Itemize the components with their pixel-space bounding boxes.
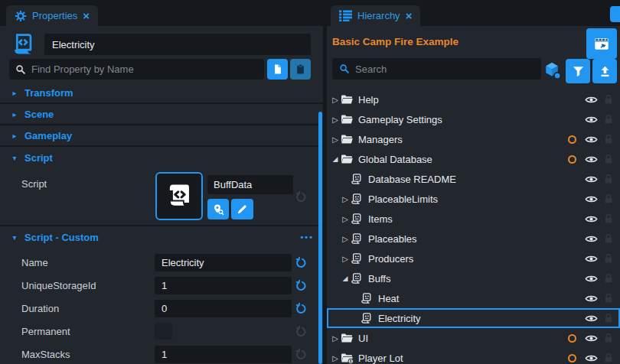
tree-item-label: PlaceableLimits [368, 193, 438, 205]
reset-icon[interactable] [295, 326, 307, 338]
expand-arrow-icon[interactable]: ▷ [340, 255, 351, 263]
lock-icon[interactable] [604, 154, 613, 164]
clapperboard-icon [592, 34, 611, 53]
section-script-custom[interactable]: ▾ Script - Custom ••• [0, 226, 323, 248]
visibility-eye-icon[interactable] [585, 214, 598, 224]
tree-row[interactable]: ▷ Gameplay Settings [327, 109, 620, 129]
expand-arrow-icon[interactable]: ▷ [330, 115, 341, 124]
reset-icon[interactable] [295, 349, 307, 361]
reset-icon[interactable] [295, 280, 307, 292]
lock-icon[interactable] [604, 114, 613, 125]
reset-icon[interactable] [295, 257, 307, 269]
edit-script-button[interactable] [231, 199, 253, 219]
expand-arrow-icon[interactable]: ▷ [340, 235, 351, 243]
expand-arrow-icon[interactable]: ▷ [330, 334, 341, 343]
visibility-eye-icon[interactable] [585, 274, 598, 284]
permanent-checkbox[interactable] [155, 323, 172, 340]
property-row-uniquestorageid: UniqueStorageId [0, 275, 323, 297]
paste-button[interactable] [290, 59, 311, 80]
visibility-eye-icon[interactable] [585, 314, 598, 323]
lock-icon[interactable] [604, 313, 613, 323]
visibility-eye-icon[interactable] [585, 194, 598, 204]
tree-row[interactable]: ◢ Buffs [327, 268, 620, 288]
lock-icon[interactable] [604, 333, 613, 343]
locate-script-button[interactable] [207, 199, 229, 219]
close-icon[interactable]: × [406, 10, 413, 21]
tree-row[interactable]: ▷ UI [327, 328, 620, 348]
tab-properties[interactable]: Properties × [6, 5, 98, 26]
filter-button[interactable] [566, 59, 590, 83]
tree-row[interactable]: ▷ Help [327, 89, 620, 109]
tree-row[interactable]: Heat [327, 288, 620, 308]
tree-icon [351, 252, 364, 265]
name-field[interactable] [155, 254, 292, 271]
tree-row[interactable]: ◢ Global Database [327, 149, 620, 169]
lock-icon[interactable] [604, 174, 613, 184]
maxstacks-field[interactable] [155, 346, 292, 363]
visibility-eye-icon[interactable] [585, 135, 598, 145]
hierarchy-search-input[interactable] [355, 63, 534, 75]
tree-row[interactable]: Electricity [327, 308, 620, 328]
uniquestorageid-field[interactable] [155, 277, 292, 294]
visibility-eye-icon[interactable] [585, 174, 598, 184]
property-search [9, 59, 264, 80]
lock-icon[interactable] [604, 293, 613, 304]
lock-icon[interactable] [604, 193, 613, 204]
visibility-eye-icon[interactable] [585, 234, 598, 244]
tree-row[interactable]: ▷ Player Lot [327, 348, 620, 364]
lock-icon[interactable] [604, 233, 613, 244]
visibility-eye-icon[interactable] [585, 353, 598, 363]
tab-hierarchy[interactable]: Hierarchy × [331, 5, 420, 26]
object-name-input[interactable] [44, 34, 311, 55]
clipped-tab-icon[interactable] [610, 6, 620, 22]
expand-arrow-icon[interactable]: ▷ [330, 354, 341, 362]
tree-row[interactable]: ▷ PlaceableLimits [327, 189, 620, 209]
expand-arrow-icon[interactable]: ▷ [340, 195, 351, 203]
script-asset-button[interactable] [155, 172, 203, 220]
properties-tabbar: Properties × [0, 0, 323, 26]
upload-button[interactable] [592, 59, 617, 83]
expand-arrow-icon[interactable]: ◢ [340, 275, 351, 282]
section-script[interactable]: ▾ Script [0, 147, 323, 168]
tree-row[interactable]: ▷ Managers [327, 129, 620, 149]
duration-field[interactable] [155, 300, 292, 317]
expand-arrow-icon[interactable]: ▷ [340, 215, 351, 223]
level-button[interactable] [586, 28, 617, 59]
lock-icon[interactable] [604, 134, 613, 145]
section-gameplay[interactable]: ▸ Gameplay [0, 125, 323, 147]
tree-icon [351, 232, 364, 245]
script-icon [351, 193, 363, 205]
tree-row[interactable]: ▷ Placeables [327, 229, 620, 249]
visibility-eye-icon[interactable] [585, 294, 598, 304]
reset-icon[interactable] [295, 303, 307, 315]
visibility-eye-icon[interactable] [585, 115, 598, 125]
lock-icon[interactable] [604, 94, 613, 105]
prefab-cube-icon[interactable] [542, 60, 562, 83]
scene-title: Basic Camp Fire Example [332, 36, 458, 47]
tree-row[interactable]: ▷ Items [327, 209, 620, 229]
visibility-eye-icon[interactable] [585, 333, 598, 343]
script-name-input[interactable] [207, 175, 293, 194]
lock-icon[interactable] [604, 213, 613, 224]
tree-row[interactable]: ▷ Producers [327, 249, 620, 268]
section-menu-icon[interactable]: ••• [300, 232, 314, 242]
lock-icon[interactable] [604, 353, 613, 363]
copy-button[interactable] [267, 59, 288, 80]
section-transform[interactable]: ▸ Transform [0, 83, 323, 104]
section-scene[interactable]: ▸ Scene [0, 104, 323, 125]
visibility-eye-icon[interactable] [585, 154, 598, 164]
property-search-input[interactable] [31, 63, 258, 75]
visibility-eye-icon[interactable] [585, 95, 598, 105]
expand-arrow-icon[interactable]: ▷ [330, 96, 341, 104]
upload-icon [599, 65, 612, 78]
expand-arrow-icon[interactable]: ▷ [330, 135, 341, 144]
lock-icon[interactable] [604, 253, 613, 264]
close-icon[interactable]: × [83, 10, 90, 21]
scrollbar-thumb[interactable] [318, 112, 322, 364]
chevron-down-icon: ▾ [9, 154, 20, 162]
expand-arrow-icon[interactable]: ◢ [330, 155, 341, 163]
tree-row[interactable]: Database README [327, 169, 620, 189]
visibility-eye-icon[interactable] [585, 254, 598, 264]
reset-icon[interactable] [295, 191, 307, 203]
lock-icon[interactable] [604, 273, 613, 284]
